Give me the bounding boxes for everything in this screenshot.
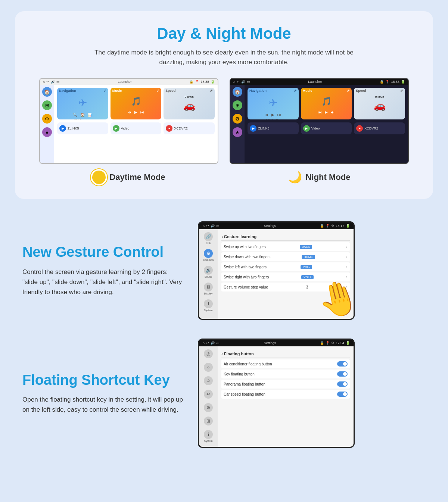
speed-expand-icon: ⤢	[210, 89, 213, 93]
nav-tile-day[interactable]: Navigation ⤢ ✈ 🔍🏠📊 51 Min – Km	[57, 88, 108, 119]
gesture-sidebar: 🔗 Link ⚙ Common 🔊 Sound 🖥 Display	[199, 229, 218, 319]
floating-time: 17:54	[336, 341, 344, 345]
floating-section-header: ‹ Floating button	[221, 350, 350, 358]
night-lock-icon: 🔒	[380, 80, 384, 84]
battery-icon: 🔋	[211, 80, 215, 84]
toggle-ac[interactable]	[337, 361, 348, 367]
sidebar-settings-icon[interactable]: ⚙	[42, 114, 52, 124]
toggle-car-speed[interactable]	[337, 392, 348, 397]
gesture-description: Control the screen via gesture learning …	[22, 267, 183, 297]
gesture-status-bar: ⌂↩🔊▭ Settings 🔒📍⚙ 18:17 🔋	[199, 222, 354, 229]
floating-description: Open the floating shortcut key in the se…	[22, 395, 183, 415]
night-sidebar-settings[interactable]: ⚙	[233, 114, 242, 124]
gesture-row-3[interactable]: Swipe right with two fingers VOL+ ›	[221, 272, 350, 281]
night-volume-icon: 🔊	[241, 80, 245, 84]
floating-status-right: 🔒📍⚙ 17:54 🔋	[320, 341, 350, 345]
floating-row-1[interactable]: Key floating button	[221, 370, 350, 378]
gesture-section: New Gesture Control Control the screen v…	[0, 210, 448, 331]
video-app-night[interactable]: ▶ Video	[301, 122, 352, 134]
floating-sidebar-icon1[interactable]: ◎	[204, 349, 213, 358]
speed-tile-day[interactable]: Speed ⤢ 0 km/h 🚗	[164, 88, 215, 119]
gesture-value-4: 3	[306, 285, 308, 289]
time-night: 18:58	[391, 80, 399, 84]
gesture-title: New Gesture Control	[22, 244, 183, 261]
music-vinyl-day: 🎵	[111, 94, 162, 109]
f-icon6: ⊞	[204, 417, 213, 425]
gesture-sidebar-common[interactable]: ⚙ Common	[203, 249, 214, 261]
speed-label-night: Speed	[356, 89, 366, 93]
daytime-body: 🏠 ⊞ ⚙ ★ Navigation ⤢	[40, 85, 218, 163]
gesture-sidebar-link[interactable]: 🔗 Link	[204, 232, 213, 244]
night-sidebar-star[interactable]: ★	[233, 127, 242, 137]
nighttime-main: Navigation ⤢ ✈ ⏮▶⏭ 1.2 H – Km	[245, 85, 408, 163]
video-icon-day: ▶	[113, 125, 119, 132]
floating-sidebar-icon4[interactable]: ↩	[204, 390, 213, 399]
music-tile-day[interactable]: Music ⤢ 🎵 ⏮▶⏭	[111, 88, 162, 119]
f-icon2: ○	[204, 363, 213, 372]
music-controls-night: ⏮▶⏭	[301, 109, 352, 115]
speed-tile-night[interactable]: Speed ⤢ 0 km/h 🚗	[354, 88, 405, 119]
gesture-sidebar-system[interactable]: ℹ System	[204, 299, 213, 312]
night-mode-label: 🌙 Night Mode	[230, 171, 409, 184]
gesture-row-0[interactable]: Swipe up with two fingers BACK ›	[221, 242, 350, 251]
sidebar-home-icon[interactable]: 🏠	[42, 87, 52, 97]
night-sidebar-apps[interactable]: ⊞	[233, 100, 242, 110]
music-tile-night[interactable]: Music ⤢ 🎵 ⏮▶⏭	[301, 88, 352, 119]
floating-settings-content: ‹ Floating button Air conditioner floati…	[218, 346, 354, 447]
nav-plane-night: ✈	[248, 94, 299, 112]
floating-sidebar-icon2[interactable]: ○	[204, 363, 213, 372]
floating-sidebar-icon6[interactable]: ⊞	[204, 417, 213, 425]
floating-sidebar-icon3[interactable]: ✩	[204, 376, 213, 385]
gesture-row-4[interactable]: Gesture volume step value 3 ›	[221, 283, 350, 291]
nav-info-night: 1.2 H – Km	[248, 118, 299, 119]
gesture-row-1[interactable]: Swipe down with two fingers HOME ›	[221, 252, 350, 261]
sidebar-apps-icon[interactable]: ⊞	[42, 100, 52, 110]
floating-sidebar-system[interactable]: ℹ System	[204, 430, 213, 442]
floating-sidebar: ◎ ○ ✩ ↩ ⊕ ⊞	[199, 346, 218, 447]
time-day: 18:38	[200, 80, 209, 84]
music-expand-icon: ⤢	[156, 89, 159, 93]
floating-sidebar-icon5[interactable]: ⊕	[204, 403, 213, 412]
gesture-sidebar-display[interactable]: 🖥 Display	[204, 283, 213, 295]
home-icon: ⌂	[43, 80, 45, 84]
window-icon: ▭	[56, 80, 60, 84]
xcdvr-app-day[interactable]: ● XCDVR2	[164, 122, 215, 134]
floating-settings-title-label: Settings	[264, 341, 276, 345]
display-icon: 🖥	[204, 283, 213, 291]
floating-section: Floating Shortcut Key Open the floating …	[0, 331, 448, 463]
floating-row-3[interactable]: Car speed floating button	[221, 390, 350, 399]
toggle-key[interactable]	[337, 371, 348, 377]
gesture-row-2[interactable]: Swipe left with two fingers VOL- ›	[221, 262, 350, 271]
status-icons-right: 🔒 📍 18:38 🔋	[189, 80, 215, 84]
xcdvr-app-night[interactable]: ● XCDVR2	[354, 122, 405, 134]
app-grid-top: Navigation ⤢ ✈ 🔍🏠📊 51 Min – Km	[57, 88, 215, 119]
night-status-icons-right: 🔒 📍 18:58 🔋	[380, 80, 405, 84]
nav-controls-night: ⏮▶⏭	[248, 112, 299, 118]
gesture-badge-2: VOL-	[301, 265, 312, 269]
bottom-apps-day: ▶ ZLINK5 ▶ Video ● XCDVR2	[57, 122, 215, 134]
video-app-day[interactable]: ▶ Video	[111, 122, 162, 134]
daytime-status-bar: ⌂ ↩ 🔊 ▭ Launcher 🔒 📍 18:38 🔋	[40, 79, 218, 85]
sidebar-star-icon[interactable]: ★	[42, 127, 52, 137]
zlink-app-day[interactable]: ▶ ZLINK5	[57, 122, 108, 134]
daytime-device: ⌂ ↩ 🔊 ▭ Launcher 🔒 📍 18:38 🔋	[39, 78, 218, 164]
toggle-panorama[interactable]	[337, 381, 348, 387]
f-icon4: ↩	[204, 390, 213, 399]
nighttime-status-bar: ⌂ ↩ 🔊 ▭ Launcher 🔒 📍 18:58 🔋	[230, 79, 408, 85]
floating-row-0[interactable]: Air conditioner floating button	[221, 359, 350, 368]
nav-tile-night[interactable]: Navigation ⤢ ✈ ⏮▶⏭ 1.2 H – Km	[248, 88, 299, 119]
video-icon-night: ▶	[303, 125, 310, 132]
night-sidebar-home[interactable]: 🏠	[233, 87, 242, 97]
gesture-sidebar-sound[interactable]: 🔊 Sound	[204, 266, 213, 278]
gesture-status-right: 🔒📍⚙ 18:17 🔋	[320, 224, 350, 228]
gesture-settings-body: 🔗 Link ⚙ Common 🔊 Sound 🖥 Display	[199, 229, 354, 319]
night-battery-icon: 🔋	[401, 80, 405, 84]
location-icon: 📍	[195, 80, 199, 84]
floating-status-bar: ⌂↩🔊▭ Settings 🔒📍⚙ 17:54 🔋	[199, 340, 354, 346]
nav-info-day: 51 Min – Km	[57, 118, 108, 119]
zlink-app-night[interactable]: ▶ ZLINK5	[248, 122, 299, 134]
nav-expand-icon: ⤢	[103, 89, 106, 93]
floating-row-2[interactable]: Panorama floating button	[221, 380, 350, 389]
link-icon: 🔗	[204, 232, 213, 241]
status-icons-left: ⌂ ↩ 🔊 ▭	[43, 80, 60, 84]
